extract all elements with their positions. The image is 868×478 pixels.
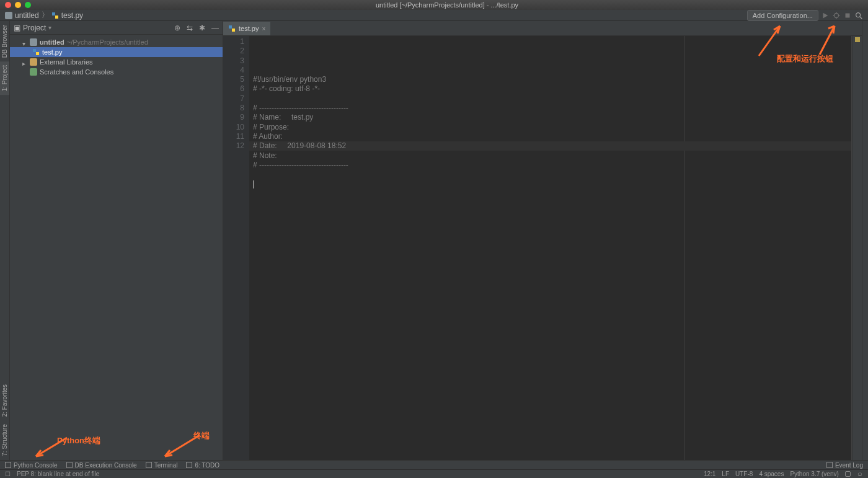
scratch-icon [30,68,37,76]
status-hint-icon: ☐ [5,471,11,477]
project-path: ~/PycharmProjects/untitled [67,38,148,46]
minimize-window-icon[interactable] [15,2,21,8]
zoom-window-icon[interactable] [25,2,31,8]
window-title: untitled [~/PycharmProjects/untitled] - … [31,1,863,9]
folder-icon [30,38,37,46]
cursor-position[interactable]: 12:1 [704,471,715,477]
annotation-arrow-icon [156,430,206,460]
db-execution-console-tool[interactable]: DB Execution Console [66,462,137,469]
terminal-label: Terminal [154,462,178,469]
editor-tabs[interactable]: test.py × [223,21,862,36]
chevron-down-icon[interactable]: ▾ [48,24,51,31]
svg-rect-0 [52,12,55,15]
editor-area: test.py × 123456789101112 #!/usr/bin/env… [223,21,862,460]
tab-label: test.py [239,25,259,32]
project-sidebar: ▣ Project ▾ ⊕ ⇆ ✱ — untitled ~/PycharmPr… [10,21,223,460]
scratches-label: Scratches and Consoles [40,68,113,76]
macos-titlebar: untitled [~/PycharmProjects/untitled] - … [0,0,868,10]
editor-tab-testpy[interactable]: test.py × [223,22,271,35]
project-name: untitled [40,38,64,46]
search-icon[interactable] [854,11,863,20]
terminal-tool[interactable]: Terminal [146,462,178,469]
sidebar-title: Project [23,24,46,32]
structure-tool[interactable]: 7: Structure [0,420,9,460]
line-separator[interactable]: LF [722,471,729,477]
python-console-tool[interactable]: Python Console [5,462,58,469]
python-interpreter[interactable]: Python 3.7 (venv) [790,471,838,477]
python-file-icon [51,12,59,19]
collapse-icon[interactable]: ⇆ [187,24,193,32]
annotation-terminal: 终端 [193,430,210,441]
svg-rect-8 [232,29,235,32]
locate-icon[interactable]: ⊕ [174,24,180,32]
todo-tool[interactable]: 6: TODO [186,462,219,469]
project-tool[interactable]: 1: Project [0,61,9,95]
python-file-icon [32,48,40,56]
ext-libs-label: External Libraries [40,58,93,66]
caret-icon[interactable] [22,60,27,64]
breadcrumb-folder: untitled [15,11,39,20]
editor-body[interactable]: 123456789101112 #!/usr/bin/env python3# … [223,36,862,460]
close-tab-icon[interactable]: × [262,25,265,32]
breadcrumb-file: test.py [61,11,83,20]
right-tool-strip [862,21,868,460]
warning-mark-icon[interactable] [855,37,860,42]
event-log-label: Event Log [835,462,863,469]
breadcrumb[interactable]: untitled 〉 test.py [5,10,83,20]
db-icon [66,462,73,468]
db-console-label: DB Execution Console [75,462,137,469]
left-tool-strip: DB Browser 1: Project 2: Favorites 7: St… [0,21,10,460]
code-editor[interactable]: #!/usr/bin/env python3# -*- coding: utf-… [249,36,852,460]
todo-icon [186,462,192,468]
run-icon[interactable] [821,11,830,20]
tree-file-testpy[interactable]: test.py [10,47,223,57]
project-view-combo-icon: ▣ [14,24,20,32]
svg-rect-1 [55,15,58,19]
error-stripe[interactable] [852,36,862,460]
project-root-node[interactable]: untitled ~/PycharmProjects/untitled [10,37,223,47]
annotation-python-terminal: Python终端 [57,435,100,446]
traffic-lights[interactable] [5,2,31,8]
navigation-bar: untitled 〉 test.py Add Configuration... [0,10,868,21]
favorites-tool[interactable]: 2: Favorites [0,381,9,420]
breadcrumb-separator: 〉 [42,10,49,20]
scratches-node[interactable]: Scratches and Consoles [10,67,223,77]
library-icon [30,58,37,66]
sidebar-header[interactable]: ▣ Project ▾ ⊕ ⇆ ✱ — [10,21,223,35]
file-encoding[interactable]: UTF-8 [735,471,753,477]
external-libraries-node[interactable]: External Libraries [10,57,223,67]
svg-point-2 [835,13,839,17]
hide-icon[interactable]: — [211,24,219,32]
debug-icon[interactable] [832,11,841,20]
folder-icon [5,12,12,19]
hector-icon[interactable]: ☺ [857,471,863,477]
readonly-lock-icon[interactable] [845,471,851,477]
add-configuration-button[interactable]: Add Configuration... [747,10,818,21]
project-tree[interactable]: untitled ~/PycharmProjects/untitled test… [10,35,223,79]
svg-rect-6 [36,52,39,55]
annotation-arrow-icon [29,434,72,460]
close-window-icon[interactable] [5,2,11,8]
line-number-gutter[interactable]: 123456789101112 [223,36,249,460]
svg-rect-7 [229,25,232,29]
bottom-tool-bar: Python Console DB Execution Console Term… [0,460,868,469]
status-bar: ☐ PEP 8: blank line at end of file 12:1 … [0,469,868,478]
svg-point-4 [856,12,861,17]
console-icon [5,462,11,468]
db-browser-tool[interactable]: DB Browser [0,21,9,61]
python-console-label: Python Console [14,462,58,469]
python-file-icon [228,25,236,32]
svg-rect-5 [33,49,36,52]
settings-icon[interactable]: ✱ [199,24,205,32]
event-log-icon [826,462,833,468]
stop-icon[interactable] [843,11,852,20]
svg-rect-3 [846,13,850,17]
status-hint: PEP 8: blank line at end of file [17,471,99,477]
event-log-tool[interactable]: Event Log [826,462,863,469]
terminal-icon [146,462,152,468]
tree-file-label: test.py [42,48,62,56]
caret-icon[interactable] [22,40,27,45]
indent-setting[interactable]: 4 spaces [759,471,784,477]
todo-label: 6: TODO [195,462,219,469]
